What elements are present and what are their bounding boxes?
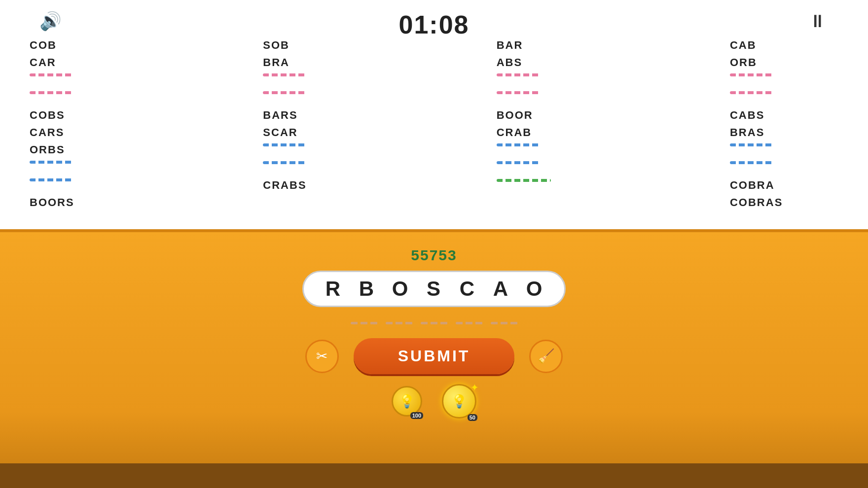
dash-pink-3a xyxy=(497,73,541,76)
input-dash-4 xyxy=(456,322,483,324)
dash-green-3 xyxy=(497,179,551,182)
dash-blue-1b xyxy=(30,178,74,181)
score-display: 55753 xyxy=(411,247,457,264)
spark-icon: 💡 xyxy=(451,394,467,409)
letter-tiles-container[interactable]: R B O S C A O xyxy=(302,271,566,307)
word-scar: SCAR xyxy=(263,124,371,140)
powerup2-count: 50 xyxy=(468,414,477,421)
word-boors: BOORS xyxy=(30,194,138,210)
word-column-2: SOB BRA BARS SCAR CRABS xyxy=(263,37,371,210)
dash-blue-4b xyxy=(730,161,774,164)
dash-blue-3a xyxy=(497,143,541,146)
input-dash-3 xyxy=(421,322,448,324)
word-bras: BRAS xyxy=(730,124,838,140)
word-bars: BARS xyxy=(263,107,371,123)
bottom-panel: 55753 R B O S C A O ✂ SUBMIT 🧹 xyxy=(0,229,868,488)
word-boor: BOOR xyxy=(497,107,605,123)
input-dashes xyxy=(351,322,518,324)
tile-R[interactable]: R xyxy=(324,277,343,301)
spark-decoration: ✦ xyxy=(470,382,479,393)
brown-bottom-bar xyxy=(0,463,868,488)
word-cobras: COBRAS xyxy=(730,194,838,210)
pause-button[interactable]: ⏸ xyxy=(809,11,829,32)
input-dash-1 xyxy=(351,322,378,324)
word-cab: CAB xyxy=(730,37,838,53)
powerup-spark-button[interactable]: 💡 50 ✦ xyxy=(442,384,476,418)
dash-blue-2a xyxy=(263,143,307,146)
action-buttons-row: ✂ SUBMIT 🧹 xyxy=(305,338,563,374)
shuffle-button[interactable]: ✂ xyxy=(305,340,339,373)
word-orbs: ORBS xyxy=(30,141,138,158)
dash-pink-1a xyxy=(30,73,74,76)
broom-icon: 🧹 xyxy=(538,348,555,364)
dash-pink-4b xyxy=(730,91,774,94)
tile-A[interactable]: A xyxy=(491,277,511,301)
powerup1-count: 100 xyxy=(410,412,423,419)
word-column-4: CAB ORB CABS BRAS COBRA COBRAS xyxy=(730,37,838,210)
word-cobs: COBS xyxy=(30,107,138,123)
word-cob: COB xyxy=(30,37,138,53)
tile-S[interactable]: S xyxy=(424,277,444,301)
tile-C[interactable]: C xyxy=(458,277,477,301)
word-crab: CRAB xyxy=(497,124,605,140)
word-cars: CARS xyxy=(30,124,138,140)
dash-blue-3b xyxy=(497,161,541,164)
dash-pink-4a xyxy=(730,73,774,76)
clear-button[interactable]: 🧹 xyxy=(529,340,563,373)
dash-blue-1a xyxy=(30,161,74,164)
tile-B[interactable]: B xyxy=(357,277,377,301)
game-area: 🔊 01:08 ⏸ COB CAR COBS CARS ORBS BOORS S… xyxy=(0,0,868,229)
dash-pink-2a xyxy=(263,73,307,76)
tile-O1[interactable]: O xyxy=(391,277,410,301)
submit-button[interactable]: SUBMIT xyxy=(354,338,515,374)
powerup-hint-button[interactable]: 💡 100 xyxy=(392,386,422,417)
word-crabs: CRABS xyxy=(263,177,371,193)
input-dash-5 xyxy=(491,322,518,324)
word-car: CAR xyxy=(30,54,138,70)
word-abs: ABS xyxy=(497,54,605,70)
powerup-row: 💡 100 💡 50 ✦ xyxy=(392,384,476,418)
word-columns: COB CAR COBS CARS ORBS BOORS SOB BRA BAR… xyxy=(0,37,868,210)
dash-pink-3b xyxy=(497,91,541,94)
word-column-3: BAR ABS BOOR CRAB xyxy=(497,37,605,210)
dash-pink-1b xyxy=(30,91,74,94)
tile-O2[interactable]: O xyxy=(525,277,544,301)
word-orb: ORB xyxy=(730,54,838,70)
scissors-icon: ✂ xyxy=(316,348,327,364)
dash-blue-2b xyxy=(263,161,307,164)
word-sob: SOB xyxy=(263,37,371,53)
bulb-icon: 💡 xyxy=(399,394,415,409)
bottom-inner: 55753 R B O S C A O ✂ SUBMIT 🧹 xyxy=(0,232,868,418)
word-bar: BAR xyxy=(497,37,605,53)
word-cobra: COBRA xyxy=(730,177,838,193)
input-dash-2 xyxy=(386,322,413,324)
word-cabs: CABS xyxy=(730,107,838,123)
dash-blue-4a xyxy=(730,143,774,146)
timer: 01:08 xyxy=(399,10,470,39)
word-bra: BRA xyxy=(263,54,371,70)
word-column-1: COB CAR COBS CARS ORBS BOORS xyxy=(30,37,138,210)
sound-icon[interactable]: 🔊 xyxy=(39,11,62,32)
dash-pink-2b xyxy=(263,91,307,94)
